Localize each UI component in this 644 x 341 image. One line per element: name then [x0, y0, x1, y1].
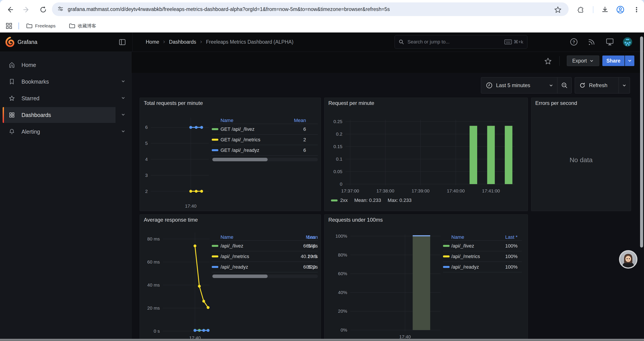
breadcrumb-home[interactable]: Home	[146, 39, 159, 45]
legend-header: NameLast *	[443, 234, 522, 241]
panel-average-response-time: Average response time 80 ms60 ms40 ms20 …	[140, 214, 321, 341]
profile-icon[interactable]	[616, 5, 625, 14]
user-avatar[interactable]	[622, 37, 633, 47]
bookmarks-divider	[18, 22, 19, 30]
back-icon[interactable]	[6, 5, 14, 14]
svg-text:0: 0	[340, 181, 342, 187]
floating-assistant-avatar[interactable]	[619, 250, 638, 269]
chevron-right-icon: ›	[200, 38, 202, 46]
export-button[interactable]: Export	[567, 56, 599, 66]
sidebar-item-label: Alerting	[22, 129, 121, 135]
search-input[interactable]: ⌘+k	[394, 35, 528, 49]
svg-text:80 ms: 80 ms	[147, 236, 160, 241]
browser-toolbar: grafana.mathmast.com/d/deytv4rwavabkb/fr…	[0, 0, 644, 19]
sidebar-item-starred[interactable]: Starred	[3, 90, 129, 106]
refresh-controls: Refresh	[575, 77, 630, 94]
site-settings-icon[interactable]	[58, 6, 63, 13]
series-swatch	[212, 255, 218, 257]
url-bar[interactable]: grafana.mathmast.com/d/deytv4rwavabkb/fr…	[52, 3, 568, 16]
bookmark-star-icon[interactable]	[554, 5, 562, 14]
legend-row[interactable]: /api/_/readyz 100%	[443, 262, 522, 272]
legend-inline[interactable]: 2xx Mean: 0.233 Max: 0.233	[331, 197, 412, 204]
bookmark-folder-blogs[interactable]: 收藏博客	[69, 22, 96, 30]
bar-chart[interactable]: 0.250.20.150.10.05017:37:0017:38:0017:39…	[324, 98, 528, 211]
series-swatch	[212, 266, 218, 268]
favorite-star-icon[interactable]	[544, 57, 552, 66]
grafana-logo[interactable]	[5, 37, 15, 48]
svg-text:100%: 100%	[335, 233, 347, 238]
share-button[interactable]: Share	[602, 56, 624, 66]
zoom-out-icon	[561, 82, 568, 89]
search-field[interactable]	[407, 39, 501, 45]
svg-text:17:41:00: 17:41:00	[482, 188, 500, 193]
forward-icon[interactable]	[22, 5, 31, 14]
news-feed-icon[interactable]	[586, 37, 597, 47]
legend-row[interactable]: /api/_/livez 661 µs 646	[212, 241, 318, 251]
svg-text:17:38:00: 17:38:00	[376, 188, 394, 193]
folder-icon	[69, 23, 75, 29]
sidebar-item-label: Starred	[22, 95, 121, 102]
svg-text:0.15: 0.15	[334, 144, 342, 149]
legend-header: NameMean Las	[212, 234, 318, 241]
breadcrumb-dashboards[interactable]: Dashboards	[169, 39, 196, 45]
legend-row[interactable]: GET /api/_/metrics 2	[212, 135, 318, 145]
svg-text:0.2: 0.2	[336, 131, 342, 137]
reload-icon[interactable]	[39, 5, 48, 14]
svg-text:40 ms: 40 ms	[147, 282, 160, 287]
svg-text:0%: 0%	[341, 327, 347, 332]
svg-text:0.25: 0.25	[334, 119, 342, 124]
dashboards-icon	[9, 112, 15, 118]
series-swatch	[443, 245, 450, 247]
chevron-down-icon	[622, 83, 626, 88]
sidebar-item-alerting[interactable]: Alerting	[3, 124, 129, 140]
legend-row[interactable]: /api/_/livez 100%	[443, 241, 522, 251]
series-name: 2xx	[340, 197, 348, 203]
zoom-out-button[interactable]	[558, 78, 572, 93]
time-range-label: Last 5 minutes	[496, 82, 530, 88]
browser-menu-icon[interactable]	[632, 5, 641, 14]
bar-chart[interactable]: 100%80%60%40%20%0%17:40	[324, 215, 528, 341]
bookmark-icon	[9, 79, 15, 85]
bookmark-label: Freeleaps	[35, 23, 56, 29]
legend-row[interactable]: /api/_/metrics 100%	[443, 251, 522, 262]
extensions-icon[interactable]	[576, 5, 585, 14]
svg-text:60 ms: 60 ms	[147, 259, 160, 264]
download-icon[interactable]	[600, 5, 609, 14]
search-icon	[399, 39, 404, 45]
refresh-button[interactable]: Refresh	[575, 82, 618, 88]
panel-title[interactable]: Errors per second	[535, 100, 577, 106]
svg-text:17:40: 17:40	[399, 334, 411, 339]
dock-menu-icon[interactable]	[118, 38, 126, 47]
sidebar-item-home[interactable]: Home	[3, 57, 129, 73]
legend-scrollbar[interactable]	[212, 274, 318, 278]
grafana-header: Grafana Home › Dashboards › Freeleaps Me…	[0, 33, 644, 52]
share-menu-button[interactable]	[625, 56, 634, 66]
help-icon[interactable]: ?	[568, 37, 579, 47]
bookmark-folder-freeleaps[interactable]: Freeleaps	[26, 22, 56, 30]
page-scrollbar[interactable]	[640, 37, 643, 247]
no-data-message: No data	[531, 156, 631, 164]
series-max: Max: 0.233	[388, 197, 412, 203]
svg-text:60%: 60%	[338, 271, 347, 276]
legend-row[interactable]: GET /api/_/livez 6	[212, 124, 318, 135]
chevron-down-icon[interactable]	[121, 79, 126, 85]
series-swatch	[331, 199, 338, 201]
sidebar-item-dashboards[interactable]: Dashboards	[3, 107, 129, 123]
chevron-down-icon[interactable]	[121, 112, 126, 118]
monitor-icon[interactable]	[604, 37, 615, 47]
series-swatch	[443, 266, 450, 268]
refresh-interval-button[interactable]	[619, 78, 630, 93]
apps-grid-icon[interactable]	[6, 22, 12, 30]
series-mean: Mean: 0.233	[354, 197, 381, 203]
sidebar-item-bookmarks[interactable]: Bookmarks	[3, 74, 129, 90]
legend-row[interactable]: /api/_/readyz 605 µs 620	[212, 262, 318, 272]
legend-scrollbar[interactable]	[212, 158, 318, 161]
legend-row[interactable]: GET /api/_/readyz 6	[212, 145, 318, 156]
time-range-picker[interactable]: Last 5 minutes	[481, 82, 557, 89]
chevron-down-icon[interactable]	[121, 96, 126, 101]
chevron-down-icon	[549, 83, 553, 88]
svg-text:6: 6	[145, 125, 148, 130]
svg-text:0.1: 0.1	[336, 156, 342, 162]
legend-row[interactable]: /api/_/metrics 40.1 ms 20.5 r	[212, 251, 318, 262]
chevron-down-icon[interactable]	[121, 129, 126, 135]
